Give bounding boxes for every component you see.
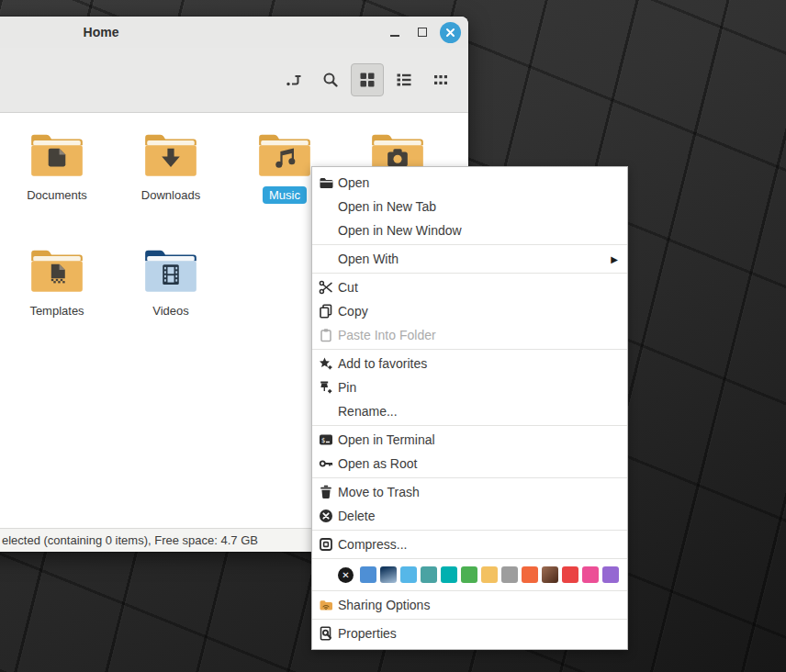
menu-item-label: Open in Terminal: [338, 432, 618, 447]
list-view-button[interactable]: [387, 63, 421, 96]
documents-folder-icon: [27, 129, 87, 181]
menu-item-label: Delete: [338, 509, 618, 523]
file-item-templates[interactable]: Templates: [0, 241, 114, 352]
star-plus-icon: [319, 356, 333, 371]
menu-item-open-in-terminal[interactable]: $ Open in Terminal: [312, 428, 627, 452]
menu-item-cut[interactable]: Cut: [312, 275, 627, 299]
menu-item-add-to-favorites[interactable]: Add to favorites: [312, 352, 627, 375]
menu-item-open-as-root[interactable]: Open as Root: [312, 452, 627, 476]
menu-item-label: Copy: [338, 304, 618, 319]
file-item-videos[interactable]: Videos: [114, 241, 228, 352]
titlebar[interactable]: Home: [0, 17, 468, 48]
menu-item-label: Properties: [338, 626, 618, 641]
videos-folder-icon: [140, 245, 201, 297]
close-icon: [440, 22, 461, 43]
folder-color-swatch-blue[interactable]: [360, 566, 376, 583]
menu-item-open-with[interactable]: Open With ▶: [312, 247, 627, 271]
menu-item-pin[interactable]: Pin: [312, 375, 627, 399]
folder-color-swatch-cyan[interactable]: [441, 566, 457, 583]
menu-item-properties[interactable]: Properties: [312, 622, 627, 645]
menu-separator: [312, 244, 627, 245]
trash-icon: [319, 485, 333, 499]
downloads-folder-icon: [140, 129, 201, 181]
menu-item-paste-into-folder: Paste Into Folder: [312, 323, 627, 347]
file-label: Downloads: [135, 186, 207, 204]
window-title: Home: [84, 25, 119, 39]
search-button[interactable]: [314, 63, 347, 96]
location-entry-icon: [285, 71, 303, 89]
menu-separator: [312, 558, 627, 559]
folder-color-swatch-teal[interactable]: [421, 566, 437, 583]
svg-text:$: $: [321, 437, 325, 444]
folder-color-swatch-gray[interactable]: [501, 566, 518, 583]
menu-item-label: Open as Root: [338, 456, 618, 471]
menu-item-rename[interactable]: Rename...: [312, 399, 627, 423]
folder-color-swatch-pink[interactable]: [582, 566, 599, 583]
maximize-button[interactable]: [411, 21, 433, 43]
folder-color-swatch-lightblue[interactable]: [400, 566, 417, 583]
menu-separator: [312, 425, 627, 426]
file-label: Videos: [146, 302, 196, 319]
compact-view-button[interactable]: [424, 63, 457, 96]
file-item-documents[interactable]: Documents: [0, 126, 114, 236]
clipboard-icon: [319, 328, 333, 342]
sharing-folder-icon: [319, 598, 333, 612]
menu-item-label: Rename...: [338, 404, 618, 419]
menu-item-label: Open in New Tab: [338, 199, 618, 214]
compress-icon: [319, 537, 333, 552]
file-label: Templates: [23, 302, 90, 319]
menu-item-delete[interactable]: Delete: [312, 504, 627, 528]
folder-color-swatch-green[interactable]: [461, 566, 477, 583]
folder-color-swatch-brown[interactable]: [542, 566, 558, 583]
menu-item-move-to-trash[interactable]: Move to Trash: [312, 480, 627, 504]
menu-item-open-in-new-window[interactable]: Open in New Window: [312, 218, 627, 242]
maximize-icon: [418, 28, 427, 37]
context-menu: Open Open in New Tab Open in New Window …: [311, 166, 628, 650]
menu-item-label: Move to Trash: [338, 485, 618, 499]
music-folder-icon: [254, 129, 315, 181]
status-text: elected (containing 0 items), Free space…: [2, 533, 258, 547]
grid-view-icon: [358, 71, 376, 89]
folder-color-swatch-navy[interactable]: [380, 566, 397, 583]
menu-item-open[interactable]: Open: [312, 171, 627, 195]
menu-separator: [312, 619, 627, 620]
menu-separator: [312, 530, 627, 531]
menu-item-label: Open: [338, 175, 618, 190]
folder-color-swatch-orange[interactable]: [522, 566, 538, 583]
menu-item-open-in-new-tab[interactable]: Open in New Tab: [312, 195, 627, 218]
file-label: Music: [263, 186, 307, 204]
key-icon: [319, 456, 333, 471]
search-icon: [321, 71, 340, 89]
desktop: Home: [0, 0, 786, 672]
file-label: Documents: [20, 186, 94, 204]
list-view-icon: [395, 71, 413, 89]
file-item-downloads[interactable]: Downloads: [114, 126, 228, 236]
remove-folder-color-button[interactable]: ✕: [338, 567, 354, 583]
templates-folder-icon: [27, 245, 87, 297]
location-entry-button[interactable]: [277, 63, 310, 96]
menu-item-sharing-options[interactable]: Sharing Options: [312, 593, 627, 617]
menu-item-compress[interactable]: Compress...: [312, 532, 627, 556]
menu-item-copy[interactable]: Copy: [312, 299, 627, 323]
compact-view-icon: [432, 71, 450, 89]
menu-item-label: Cut: [338, 280, 618, 295]
menu-separator: [312, 590, 627, 591]
menu-item-label: Open in New Window: [338, 223, 618, 238]
folder-color-swatch-red[interactable]: [562, 566, 578, 583]
menu-item-label: Compress...: [338, 537, 618, 552]
grid-view-button[interactable]: [351, 63, 384, 96]
close-button[interactable]: [439, 21, 461, 43]
menu-item-label: Add to favorites: [338, 356, 618, 371]
menu-separator: [312, 273, 627, 274]
terminal-icon: $: [319, 432, 333, 447]
toolbar: [0, 48, 468, 113]
folder-color-swatch-sand[interactable]: [481, 566, 498, 583]
scissors-icon: [319, 280, 333, 295]
minimize-button[interactable]: [384, 21, 406, 43]
folder-color-row: ✕: [312, 561, 627, 588]
open-folder-icon: [319, 175, 333, 190]
folder-color-swatch-purple[interactable]: [602, 566, 619, 583]
minimize-icon: [390, 35, 399, 37]
delete-circle-icon: [319, 509, 333, 523]
window-controls: [384, 17, 461, 48]
